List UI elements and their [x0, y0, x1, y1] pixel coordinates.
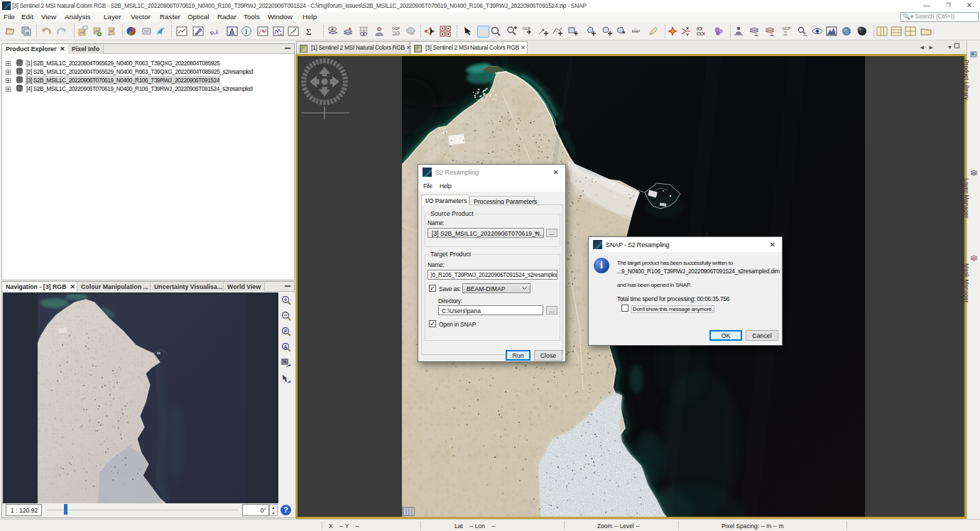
svg-text:P: P: [284, 329, 288, 334]
svg-text:GCP: GCP: [783, 26, 791, 31]
svg-text:A: A: [284, 344, 288, 349]
svg-text:GCP: GCP: [392, 26, 401, 31]
svg-text:GCP: GCP: [523, 26, 531, 31]
svg-text:X: X: [686, 26, 689, 31]
svg-text:IOI: IOI: [697, 26, 703, 31]
svg-text:i: i: [245, 28, 247, 35]
svg-text:↔: ↔: [633, 26, 637, 30]
svg-text:Lw: Lw: [278, 32, 283, 36]
svg-text:OOI: OOI: [697, 31, 705, 36]
svg-text:Σ: Σ: [306, 26, 312, 37]
svg-text:φ,λ: φ,λ: [210, 28, 219, 35]
svg-text:Y: Y: [686, 33, 689, 37]
